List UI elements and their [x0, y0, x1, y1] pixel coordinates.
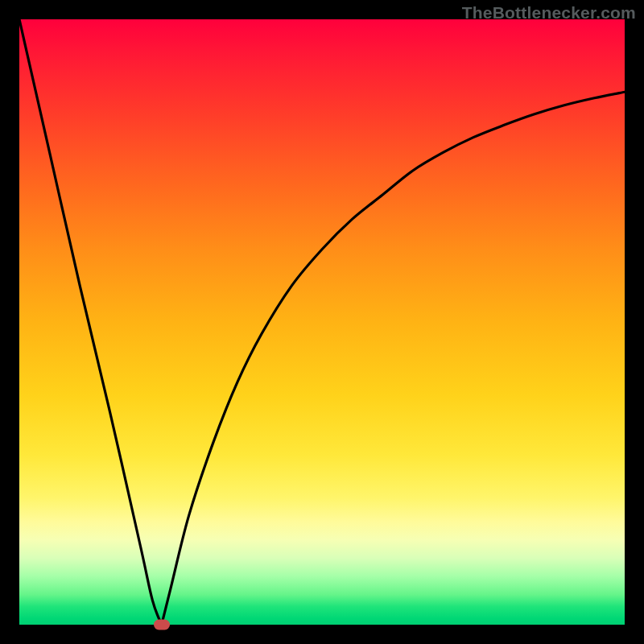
curve-path [19, 19, 625, 625]
minimum-marker [154, 620, 170, 630]
curve-svg [19, 19, 625, 625]
chart-frame: TheBottlenecker.com [0, 0, 644, 644]
plot-area [19, 19, 625, 625]
